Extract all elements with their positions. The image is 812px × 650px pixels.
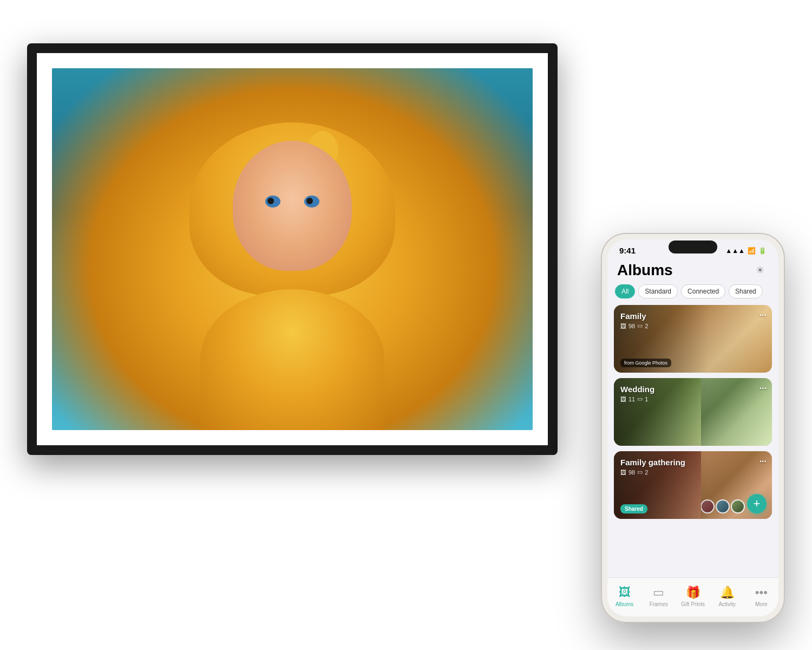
gift-prints-nav-label: Gift Prints	[681, 601, 705, 607]
scene: 9:41 ▲▲▲ 📶 🔋 Albums ☀ All Standard Conn	[27, 27, 785, 623]
dynamic-island	[669, 240, 717, 253]
screen-content: Albums ☀ All Standard Connected Shared	[607, 257, 778, 616]
frame-count-family: 2	[645, 323, 648, 329]
album-more-gathering[interactable]: ···	[759, 457, 767, 466]
app-header: Albums ☀	[607, 257, 778, 282]
album-card-wedding[interactable]: Wedding 🖼 11 ▭ 1 ···	[614, 378, 772, 446]
frame-count-gathering: 2	[645, 469, 648, 476]
nav-albums[interactable]: 🖼 Albums	[607, 586, 641, 607]
albums-list: Family 🖼 98 ▭ 2 ··· from Google Photos	[607, 303, 778, 577]
frames-nav-label: Frames	[650, 601, 668, 607]
album-name-wedding: Wedding	[620, 385, 654, 394]
google-photos-badge: from Google Photos	[620, 359, 671, 367]
shared-badge: Shared	[620, 504, 647, 514]
baby-face	[233, 141, 352, 271]
phone-screen: 9:41 ▲▲▲ 📶 🔋 Albums ☀ All Standard Conn	[607, 239, 778, 616]
albums-nav-label: Albums	[615, 601, 633, 607]
photo-count-family: 98	[628, 323, 635, 329]
tab-connected[interactable]: Connected	[681, 284, 725, 298]
picture-frame	[27, 43, 558, 455]
albums-nav-icon: 🖼	[619, 586, 631, 600]
frame-icon-family: ▭	[637, 322, 643, 329]
album-info-family: Family 🖼 98 ▭ 2	[620, 311, 648, 329]
photo-count-wedding: 11	[628, 396, 635, 402]
frames-nav-icon: ▭	[653, 586, 664, 600]
filter-tabs: All Standard Connected Shared	[607, 282, 778, 303]
activity-nav-icon: 🔔	[720, 586, 735, 600]
tab-all[interactable]: All	[615, 284, 635, 298]
baby-eyes	[265, 196, 319, 207]
gift-prints-nav-icon: 🎁	[686, 586, 700, 600]
brightness-icon[interactable]: ☀	[751, 262, 769, 279]
album-card-gathering[interactable]: Family gathering 🖼 98 ▭ 2 ··· Shared +	[614, 451, 772, 519]
phone: 9:41 ▲▲▲ 📶 🔋 Albums ☀ All Standard Conn	[601, 233, 785, 623]
yellow-costume	[200, 289, 384, 430]
add-album-fab[interactable]: +	[747, 494, 767, 514]
nav-activity[interactable]: 🔔 Activity	[710, 586, 744, 607]
frame-icon-wedding: ▭	[637, 395, 643, 402]
nav-frames[interactable]: ▭ Frames	[641, 586, 676, 607]
app-title: Albums	[617, 262, 673, 279]
frame-photo	[52, 68, 533, 430]
nav-more[interactable]: ••• More	[744, 586, 778, 607]
bottom-nav: 🖼 Albums ▭ Frames 🎁 Gift Prints 🔔 Activi…	[607, 577, 778, 616]
album-more-wedding[interactable]: ···	[759, 384, 767, 393]
album-more-family[interactable]: ···	[759, 310, 767, 320]
left-eye	[265, 196, 280, 207]
photo-icon-wedding: 🖼	[620, 396, 626, 402]
album-card-family[interactable]: Family 🖼 98 ▭ 2 ··· from Google Photos	[614, 305, 772, 373]
album-meta-family: 🖼 98 ▭ 2	[620, 322, 648, 329]
more-nav-icon: •••	[755, 586, 768, 600]
photo-icon-family: 🖼	[620, 323, 626, 329]
status-time: 9:41	[619, 246, 636, 255]
wifi-icon: 📶	[748, 247, 756, 255]
activity-nav-label: Activity	[718, 601, 736, 607]
album-name-gathering: Family gathering	[620, 458, 685, 467]
album-meta-gathering: 🖼 98 ▭ 2	[620, 469, 685, 476]
frame-icon-gathering: ▭	[637, 469, 643, 476]
frame-count-wedding: 1	[645, 396, 648, 402]
album-name-family: Family	[620, 311, 648, 321]
right-eye	[304, 196, 319, 207]
photo-count-gathering: 98	[628, 469, 635, 476]
frame-inner	[37, 53, 548, 445]
more-nav-label: More	[755, 601, 768, 607]
tab-shared[interactable]: Shared	[729, 284, 763, 298]
status-icons: ▲▲▲ 📶 🔋	[725, 247, 767, 255]
album-info-gathering: Family gathering 🖼 98 ▭ 2	[620, 458, 685, 476]
album-info-wedding: Wedding 🖼 11 ▭ 1	[620, 385, 654, 402]
battery-icon: 🔋	[758, 247, 767, 255]
album-meta-wedding: 🖼 11 ▭ 1	[620, 395, 654, 402]
nav-gift-prints[interactable]: 🎁 Gift Prints	[676, 586, 710, 607]
tab-standard[interactable]: Standard	[638, 284, 678, 298]
photo-icon-gathering: 🖼	[620, 469, 626, 476]
signal-icon: ▲▲▲	[725, 247, 745, 255]
